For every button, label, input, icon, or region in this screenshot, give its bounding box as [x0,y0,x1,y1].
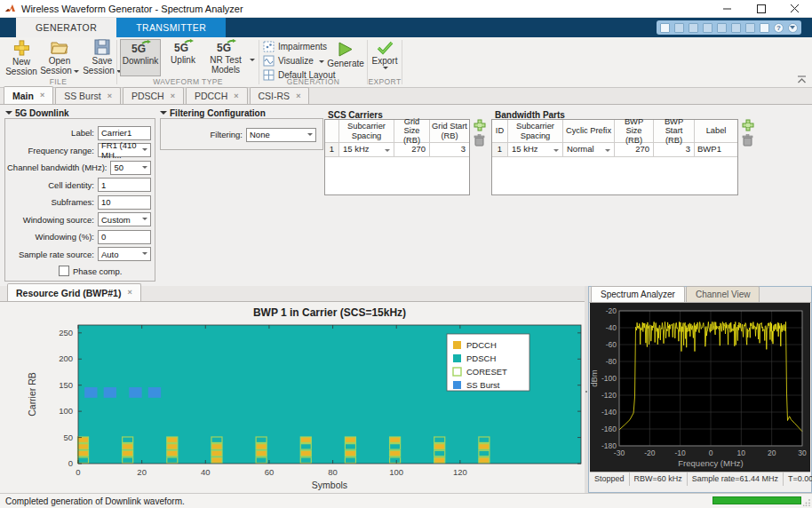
tab-ss-burst[interactable]: SS Burst [55,87,121,104]
tab-channel-view[interactable]: Channel View [686,286,760,302]
svg-text:-40: -40 [606,323,617,332]
form-row: Sample rate source:Auto [7,246,151,264]
close-button[interactable] [778,0,812,18]
close-icon[interactable] [234,92,238,100]
filtering-section-header[interactable]: Filtering Configuration [160,108,266,118]
close-icon[interactable] [171,92,175,100]
scs-carriers-table[interactable]: Subcarrier Spacing Grid Size (RB) Grid S… [324,119,470,195]
delete-row-button[interactable] [474,134,485,147]
svg-text:-140: -140 [601,408,617,417]
close-icon[interactable] [296,92,300,100]
section-waveform-type: 5G Downlink 5G Uplink 5G NR Test Models … [117,37,259,87]
cell-identity-field[interactable]: 1 [98,178,151,192]
tab-generator[interactable]: GENERATOR [16,18,116,37]
scs-spacing-select[interactable]: 15 kHz [339,143,394,157]
form-row: Frequency range:FR1 (410 MH... [7,142,151,160]
5g-nr-test-models-icon: 5G [215,39,236,54]
bwp-spacing-select[interactable]: 15 kHz [508,143,563,157]
app-window: Wireless Waveform Generator - Spectrum A… [0,0,812,508]
svg-text:5G: 5G [174,42,188,54]
svg-text:50: 50 [63,433,73,442]
form-row: Windowing (%):0 [7,228,151,246]
frequency-range-select[interactable]: FR1 (410 MH... [98,143,151,157]
phase-comp-row: Phase comp. [7,263,151,279]
svg-text:PDSCH: PDSCH [466,353,496,363]
svg-text:5G: 5G [131,43,146,55]
delete-row-button[interactable] [742,134,753,147]
resource-grid-chart: 020406080100120050100150200250BWP 1 in C… [0,302,585,492]
section-export: Export EXPORT [368,37,402,87]
svg-text:100: 100 [59,406,73,416]
minimize-button[interactable] [711,0,744,18]
save-session-icon [94,39,110,55]
qa-layout-icon[interactable] [760,23,769,33]
status-message: Completed generation of Downlink wavefor… [0,496,185,506]
channel-bandwidth-select[interactable]: 50 [110,161,151,175]
new-session-button[interactable]: New Session [2,39,41,76]
add-row-button[interactable] [742,119,754,131]
tab-spectrum-analyzer[interactable]: Spectrum Analyzer [591,286,685,302]
qa-undo-icon[interactable] [731,23,741,33]
export-button[interactable]: Export [364,41,405,78]
more-options-icon[interactable] [788,23,798,33]
window-title: Wireless Waveform Generator - Spectrum A… [21,4,243,14]
qa-copy-icon[interactable] [703,23,712,33]
uplink-button[interactable]: 5G Uplink [163,39,203,76]
close-icon[interactable] [107,92,112,100]
svg-text:0: 0 [709,448,713,457]
svg-text:60: 60 [265,467,275,477]
svg-text:250: 250 [59,328,73,337]
bwp-cyclic-prefix-select[interactable]: Normal [563,143,615,157]
collapse-triangle-icon [160,111,167,118]
export-icon [377,41,394,55]
tab-main[interactable]: Main [4,86,53,104]
qa-redo-icon[interactable] [745,23,755,33]
svg-text:Symbols: Symbols [312,480,347,490]
tab-csi-rs[interactable]: CSI-RS [250,87,310,104]
maximize-button[interactable] [744,0,778,18]
scope-sample-rate: Sample rate=61.44 MHz [688,472,784,486]
phase-comp-checkbox[interactable] [59,266,69,276]
label-field[interactable]: Carrier1 [98,126,151,140]
tab-transmitter[interactable]: TRANSMITTER [116,18,226,37]
close-icon[interactable] [127,289,131,297]
spectrum-chart: -30-20-100102030-20-40-60-80-100-120-140… [590,303,810,472]
filtering-panel: Filtering: None [160,118,323,150]
waveform-type-gallery-caret[interactable] [248,53,255,64]
chevron-down-icon [553,149,559,155]
statusbar: Completed generation of Downlink wavefor… [0,493,812,508]
collapse-toolstrip-icon[interactable] [797,75,807,83]
5g-uplink-icon: 5G [172,39,194,54]
downlink-button[interactable]: 5G Downlink [120,39,161,76]
nr-test-models-button[interactable]: 5G NR Test Models [204,39,247,76]
filtering-select[interactable]: None [246,128,316,142]
sample-rate-source-select[interactable]: Auto [98,247,151,261]
generate-button[interactable]: Generate [325,41,366,78]
5g-downlink-icon: 5G [130,40,151,55]
add-row-button[interactable] [474,119,486,131]
bwp-table-buttons [742,119,754,147]
qa-cut-icon[interactable] [689,23,698,33]
tab-pdsch[interactable]: PDSCH [123,87,184,104]
windowing-percent-field[interactable]: 0 [98,230,151,244]
close-icon[interactable] [40,91,44,99]
qa-save-icon[interactable] [660,23,670,33]
windowing-source-select[interactable]: Custom [98,212,151,226]
resize-grip-icon[interactable] [803,499,810,506]
downlink-form-panel: Label:Carrier1 Frequency range:FR1 (410 … [4,118,155,282]
downlink-section-header[interactable]: 5G Downlink [5,108,69,118]
visualize-icon [263,55,275,67]
open-session-button[interactable]: Open Session [39,39,80,76]
svg-text:200: 200 [59,353,73,363]
help-icon[interactable]: ? [774,23,784,33]
spectrum-status-bar: Stopped RBW=60 kHz Sample rate=61.44 MHz… [590,472,810,485]
quick-access-toolbar: ? [657,20,801,35]
svg-text:100: 100 [389,467,403,477]
tab-resource-grid[interactable]: Resource Grid (BWP#1) [7,283,141,301]
tab-pdcch[interactable]: PDCCH [186,87,248,104]
subframes-field[interactable]: 10 [98,195,151,210]
bandwidth-parts-table[interactable]: ID Subcarrier Spacing Cyclic Prefix BWP … [491,119,738,195]
qa-saveas-icon[interactable] [674,23,684,33]
qa-paste-icon[interactable] [717,23,727,33]
svg-text:dBm: dBm [590,369,599,387]
